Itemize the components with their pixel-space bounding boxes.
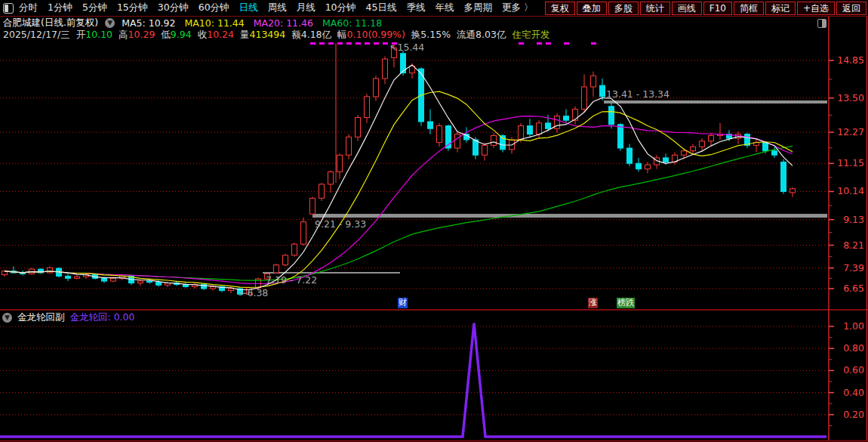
candle-body (319, 184, 325, 198)
quote-date: 2025/12/17/三 (3, 29, 70, 42)
ma-label: MA10: 11.44 (185, 17, 245, 29)
chart-annotation: 9.21 - 9.33 (315, 218, 366, 230)
period-tab-60分钟[interactable]: 60分钟 (199, 2, 229, 14)
period-tab-周线[interactable]: 周线 (268, 2, 287, 14)
candle-body (301, 222, 306, 244)
signal-dash (537, 42, 542, 45)
toolbar-button-画线[interactable]: 画线 (672, 2, 702, 15)
candle-body (292, 244, 297, 255)
toolbar-button-叠加[interactable]: 叠加 (577, 2, 607, 15)
candle-body (500, 135, 506, 149)
main-chart[interactable]: 14.8513.5012.2711.1510.149.138.217.396.6… (0, 0, 868, 442)
sub-axis-label: 0.60 (843, 364, 864, 376)
price-axis-label: 7.39 (843, 262, 864, 274)
quote-field-流通: 流通8.03亿 (457, 29, 506, 42)
period-tab-1分钟[interactable]: 1分钟 (48, 2, 72, 14)
candle-body (211, 286, 216, 289)
quote-field-换: 换5.15% (411, 29, 451, 42)
event-tag-财[interactable]: 财 (398, 298, 408, 308)
candle-body (763, 143, 768, 151)
signal-dash (564, 42, 569, 45)
candle-body (274, 265, 279, 273)
candle-body (147, 281, 152, 282)
candle-body (564, 116, 569, 121)
candle-body (700, 141, 705, 147)
candle-body (75, 277, 80, 278)
gap-band (312, 214, 827, 218)
toolbar-button-统计[interactable]: 统计 (640, 2, 670, 15)
period-tab-多周期[interactable]: 多周期 (463, 2, 492, 14)
candle-body (790, 189, 796, 193)
candle-body (365, 97, 370, 118)
ma-label: MA20: 11.46 (254, 17, 313, 29)
price-axis-label: 9.13 (843, 214, 864, 225)
sub-indicator-value: 金龙轮回: 0.00 (70, 311, 135, 324)
price-axis-label: 13.50 (837, 92, 864, 104)
event-tag-涨[interactable]: 涨 (588, 298, 598, 308)
candle-body (383, 59, 388, 79)
candle-body (229, 289, 234, 291)
period-tab-5分钟[interactable]: 5分钟 (82, 2, 107, 14)
price-axis-label: 14.85 (837, 54, 864, 66)
period-tab-季线[interactable]: 季线 (406, 2, 425, 14)
toolbar-button-返回[interactable]: 返回 (836, 2, 866, 15)
toolbar-button-F10[interactable]: F10 (703, 2, 732, 15)
stock-title: 合肥城建(日线.前复权) (3, 17, 98, 29)
industry-tag[interactable]: 住宅开发 (512, 29, 549, 42)
period-tab-30分钟[interactable]: 30分钟 (158, 2, 189, 14)
period-tab-日线[interactable]: 日线 (239, 2, 258, 14)
candle-body (582, 87, 587, 109)
period-tab-45日线[interactable]: 45日线 (366, 2, 397, 14)
period-tab-15分钟[interactable]: 15分钟 (117, 2, 148, 14)
candle-body (455, 134, 460, 148)
candle-body (337, 155, 343, 172)
candle-body (473, 140, 479, 155)
period-tab-分时[interactable]: 分时 (19, 2, 38, 14)
chevron-down-icon[interactable]: ▼ (2, 313, 12, 323)
candle-body (609, 107, 614, 125)
candle-body (66, 276, 71, 278)
toolbar-button-标记[interactable]: 标记 (765, 2, 796, 15)
candle-body (772, 151, 777, 156)
quote-field-低: 低9.94 (161, 29, 191, 42)
ma-label: MA5: 10.92 (122, 17, 175, 29)
candle-body (491, 135, 497, 145)
window-split-icon[interactable] (3, 3, 14, 14)
event-tag-榜跌[interactable]: 榜跌 (617, 298, 635, 308)
quote-bar: 2025/12/17/三 开10.10高10.29低9.94收10.24量413… (3, 29, 549, 41)
signal-dash (383, 42, 388, 45)
period-tabs: 分时1分钟5分钟15分钟30分钟60分钟日线周线月线10分钟45日线季线年线多周… (19, 2, 533, 14)
signal-dash (519, 42, 524, 45)
signal-dash (365, 42, 370, 45)
quote-field-收: 收10.24 (198, 29, 234, 42)
candle-body (374, 79, 379, 97)
chevron-down-icon[interactable]: ▼ (105, 18, 115, 28)
period-tab-更多 〉[interactable]: 更多 〉 (502, 2, 533, 14)
candle-body (328, 172, 334, 184)
signal-dash (310, 42, 315, 45)
price-axis-label: 10.14 (837, 185, 864, 196)
toolbar-button-多股[interactable]: 多股 (608, 2, 639, 15)
ma10-line (5, 91, 793, 287)
period-tab-月线[interactable]: 月线 (297, 2, 315, 14)
candle-body (346, 137, 352, 155)
toolbar-button-+自选[interactable]: +自选 (797, 2, 835, 15)
signal-dash (319, 42, 325, 45)
panel-maximize-icon[interactable] (817, 19, 826, 28)
period-tab-年线[interactable]: 年线 (435, 2, 454, 14)
candle-body (627, 148, 633, 163)
quote-field-量: 量413494 (240, 29, 285, 42)
sub-indicator-header: ▼ 金龙轮回副 金龙轮回: 0.00 (2, 311, 135, 324)
candle-body (682, 151, 687, 156)
candle-body (310, 198, 315, 214)
toolbar-button-简框[interactable]: 简框 (734, 2, 764, 15)
period-tab-10分钟[interactable]: 10分钟 (325, 2, 356, 14)
candle-body (519, 126, 524, 140)
chart-annotation: ↖15.44 (389, 42, 424, 53)
sub-axis-label: 0.80 (843, 342, 864, 354)
signal-dash (346, 42, 352, 45)
candle-body (428, 122, 433, 128)
toolbar-button-复权[interactable]: 复权 (545, 2, 575, 15)
candle-body (537, 123, 542, 134)
candle-body (156, 283, 162, 286)
